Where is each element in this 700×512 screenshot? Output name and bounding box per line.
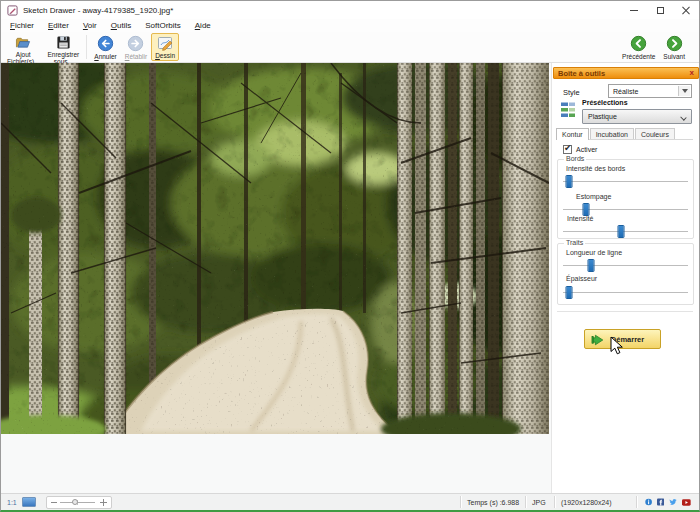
- dropdown-arrow-icon: [678, 86, 690, 96]
- style-value: Réaliste: [613, 88, 638, 95]
- app-icon: [7, 5, 18, 16]
- save-as-button[interactable]: Enregistrersous...: [44, 33, 84, 61]
- group-traits: Traits Longueur de ligne Épaisseur: [557, 243, 694, 305]
- canvas-panel-divider[interactable]: [551, 63, 552, 493]
- presets-icon: [560, 101, 577, 119]
- slider-label-intensite-bords: Intensité des bords: [566, 165, 625, 172]
- menu-editer[interactable]: Editer: [41, 21, 76, 30]
- tab-incubation[interactable]: Incubation: [590, 128, 634, 139]
- mouse-cursor: [610, 336, 624, 356]
- slider-thumb[interactable]: [566, 175, 573, 188]
- undo-button[interactable]: Annuler: [90, 33, 120, 61]
- app-window: Sketch Drawer - away-4179385_1920.jpg* F…: [0, 0, 700, 512]
- toolbox-title: Boîte à outils: [558, 69, 605, 78]
- style-label: Style: [563, 88, 580, 97]
- slider-label-intensite: Intensité: [567, 215, 593, 222]
- save-floppy-icon: [56, 35, 71, 50]
- draw-button[interactable]: Dessin: [151, 33, 179, 61]
- window-title: Sketch Drawer - away-4179385_1920.jpg*: [23, 6, 173, 15]
- undo-icon: [97, 35, 114, 52]
- menu-softorbits[interactable]: SoftOrbits: [138, 21, 188, 30]
- slider-epaisseur[interactable]: [563, 286, 688, 299]
- youtube-icon[interactable]: [682, 498, 691, 507]
- maximize-icon: [657, 7, 664, 14]
- redo-icon: [127, 35, 144, 52]
- zoom-slider-track[interactable]: [60, 502, 95, 503]
- menu-voir[interactable]: Voir: [76, 21, 104, 30]
- window-controls: [621, 1, 699, 19]
- toolbox-close-icon[interactable]: x: [690, 69, 694, 77]
- sketch-pencil-icon: [157, 35, 173, 51]
- slider-label-epaisseur: Épaisseur: [566, 275, 597, 282]
- minimize-button[interactable]: [621, 1, 647, 19]
- previous-icon: [630, 35, 647, 52]
- slider-thumb[interactable]: [587, 259, 594, 272]
- previous-button[interactable]: Précédente: [618, 33, 659, 61]
- zoom-slider-thumb[interactable]: [72, 499, 78, 505]
- slider-thumb[interactable]: [566, 286, 573, 299]
- toolbar-separator: [86, 35, 87, 59]
- group-traits-legend: Traits: [564, 239, 585, 246]
- zoom-in-icon[interactable]: [100, 499, 107, 506]
- minimize-icon: [630, 10, 638, 11]
- maximize-button[interactable]: [647, 1, 673, 19]
- toolbar: AjoutFichier(s)... Enregistrersous... An…: [1, 32, 699, 63]
- add-files-button[interactable]: AjoutFichier(s)...: [3, 33, 44, 61]
- titlebar: Sketch Drawer - away-4179385_1920.jpg*: [1, 1, 699, 19]
- facebook-icon[interactable]: [657, 497, 664, 507]
- status-icons: [637, 497, 699, 507]
- group-bords: Bords Intensité des bords Estompage Inte…: [557, 159, 694, 239]
- statusbar: 1:1 Temps (s) :6.988 JPG (1920x1280x24): [1, 493, 699, 510]
- status-time: Temps (s) :6.988: [461, 499, 525, 506]
- toolbox-tabs: Kontur Incubation Couleurs: [556, 127, 693, 140]
- photo-canvas: [1, 63, 549, 434]
- slider-thumb[interactable]: [617, 225, 624, 238]
- menubar: Fichier Editer Voir Outils SoftOrbits Ai…: [1, 19, 699, 32]
- main-area: Boîte à outils x Style Réaliste Présélec…: [1, 63, 699, 493]
- enable-checkbox-row: ✔ Activer: [563, 145, 597, 154]
- zoom-out-icon[interactable]: [51, 502, 57, 503]
- group-bords-legend: Bords: [564, 155, 586, 162]
- tab-kontur[interactable]: Kontur: [556, 128, 589, 140]
- presets-label: Présélections: [582, 99, 628, 106]
- slider-intensite[interactable]: [563, 225, 688, 238]
- zoom-slider-box: [46, 496, 112, 509]
- menu-outils[interactable]: Outils: [104, 21, 138, 30]
- slider-label-longueur: Longueur de ligne: [566, 249, 622, 256]
- menu-aide[interactable]: Aide: [188, 21, 218, 30]
- menu-fichier[interactable]: Fichier: [3, 21, 41, 30]
- next-icon: [666, 35, 683, 52]
- fit-image-button[interactable]: [22, 497, 36, 507]
- presets-value: Plastique: [588, 113, 617, 120]
- toolbox-panel: Boîte à outils x Style Réaliste Présélec…: [553, 67, 699, 491]
- chevron-down-icon: [680, 114, 686, 120]
- twitter-icon[interactable]: [669, 497, 677, 507]
- open-folder-icon: [15, 35, 31, 50]
- enable-checkbox[interactable]: ✔: [563, 145, 572, 154]
- status-format: JPG: [526, 499, 554, 506]
- slider-longueur-ligne[interactable]: [563, 259, 688, 272]
- enable-label: Activer: [576, 146, 597, 153]
- panel-divider: [557, 311, 693, 312]
- actual-size-button[interactable]: 1:1: [7, 499, 17, 506]
- start-arrow-icon: [591, 333, 605, 347]
- slider-label-estompage: Estompage: [576, 193, 611, 200]
- nav-button-group: Précédente Suivant: [618, 33, 689, 61]
- close-button[interactable]: [673, 1, 699, 19]
- next-button[interactable]: Suivant: [659, 33, 689, 61]
- style-dropdown[interactable]: Réaliste: [608, 84, 692, 98]
- slider-intensite-bords[interactable]: [563, 175, 688, 188]
- presets-dropdown[interactable]: Plastique: [582, 109, 692, 124]
- status-dimensions: (1920x1280x24): [555, 499, 636, 506]
- toolbox-header: Boîte à outils x: [553, 67, 699, 79]
- tab-couleurs[interactable]: Couleurs: [635, 128, 675, 139]
- redo-button[interactable]: Rétablir: [121, 33, 151, 61]
- check-icon: ✔: [564, 143, 572, 153]
- info-icon[interactable]: [645, 497, 652, 507]
